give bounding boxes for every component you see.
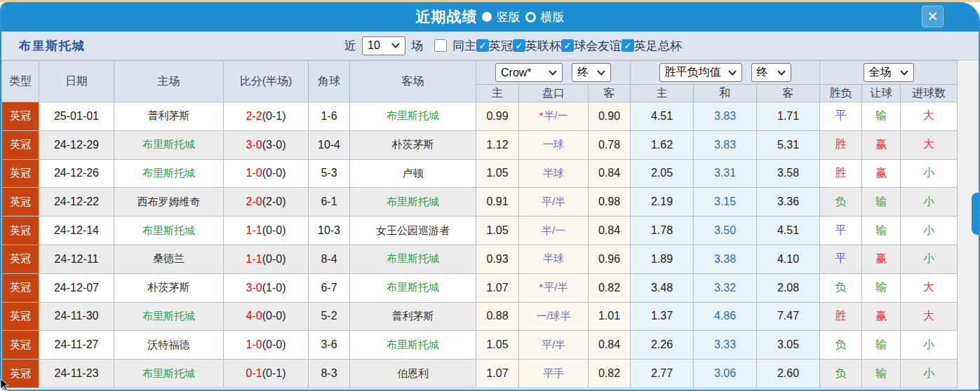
fulltime-score: 1-0: [246, 167, 262, 179]
period-select[interactable]: 全场: [864, 63, 914, 82]
away-odds: 0.96: [589, 245, 631, 273]
avg-home-odds: 1.37: [631, 302, 694, 331]
match-score: 3-0(1-0): [224, 273, 309, 302]
home-team: 布里斯托城: [114, 302, 224, 331]
away-team: 布里斯托城: [350, 331, 476, 359]
handicap-result-cell: 输: [862, 188, 901, 217]
sub-header-avg-home: 主: [631, 85, 694, 102]
away-team: 伯恩利: [350, 359, 476, 388]
avg-home-odds: 4.51: [631, 102, 694, 131]
table-zone: 类型 日期 主场 比分(半场) 角球 客场 Crow*: [1, 60, 980, 390]
fulltime-score: 2-2: [246, 110, 262, 122]
home-odds: 1.05: [476, 217, 519, 245]
sub-header-handicap: 盘口: [519, 85, 589, 102]
horizontal-radio-label[interactable]: 横版: [541, 9, 565, 25]
col-header-score: 比分(半场): [224, 61, 309, 102]
avg-away-odds: 2.08: [757, 273, 820, 302]
avg-time-select[interactable]: 终: [751, 63, 791, 82]
period-value: 全场: [869, 65, 892, 80]
handicap-result-cell: 输: [862, 217, 901, 245]
competition-checkbox[interactable]: ✓: [561, 39, 574, 52]
chevron-down-icon: [728, 70, 737, 76]
same-home-checkbox[interactable]: [434, 39, 447, 52]
avg-select[interactable]: 胜平负均值: [659, 63, 742, 82]
competition-filters: ✓英冠✓英联杯✓球会友谊✓英足总杯: [476, 38, 682, 54]
match-date: 24-12-26: [39, 159, 114, 188]
corner-score: 5-3: [309, 159, 350, 188]
horizontal-radio-icon[interactable]: [525, 12, 536, 22]
goals-result-cell: 小: [901, 159, 958, 188]
results-table: 类型 日期 主场 比分(半场) 角球 客场 Crow*: [1, 60, 958, 388]
home-odds: 0.88: [476, 302, 519, 331]
away-odds: 1.01: [589, 302, 631, 331]
fulltime-score: 0-1: [246, 367, 262, 379]
handicap-time-select[interactable]: 终: [572, 63, 611, 82]
col-header-date: 日期: [39, 61, 114, 102]
fulltime-score: 1-0: [246, 338, 262, 350]
corner-score: 10-3: [309, 217, 350, 245]
handicap-line: 一/球半: [519, 302, 589, 331]
avg-draw-odds: 3.06: [694, 359, 757, 388]
away-team: 布里斯托城: [350, 273, 476, 302]
handicap-result-cell: 输: [862, 359, 901, 388]
avg-home-odds: 3.48: [631, 273, 694, 302]
away-team: 布里斯托城: [350, 245, 476, 273]
handicap-line: 平手: [519, 359, 589, 388]
league-badge: 英冠: [2, 102, 39, 131]
avg-away-odds: 4.51: [757, 217, 820, 245]
match-date: 24-12-29: [39, 130, 114, 159]
competition-label: 球会友谊: [574, 38, 622, 54]
side-tab-button[interactable]: 近: [972, 193, 980, 235]
avg-draw-odds: 3.83: [694, 102, 757, 131]
fulltime-score: 1-1: [246, 253, 262, 265]
home-odds: 0.91: [476, 188, 519, 217]
chevron-down-icon: [900, 70, 908, 76]
home-team: 布里斯托城: [114, 217, 224, 245]
avg-home-odds: 1.89: [631, 245, 694, 273]
goals-result-cell: 大: [901, 130, 958, 159]
away-team: 布里斯托城: [350, 188, 476, 217]
handicap-result-cell: 输: [862, 331, 901, 359]
match-date: 24-11-23: [39, 359, 114, 388]
recent-count-value: 10: [368, 39, 380, 52]
competition-checkbox[interactable]: ✓: [622, 39, 634, 52]
goals-result-cell: 小: [901, 359, 958, 388]
away-odds: 0.82: [589, 359, 631, 388]
competition-checkbox[interactable]: ✓: [476, 39, 489, 52]
match-date: 24-12-22: [39, 188, 114, 217]
avg-value: 胜平负均值: [665, 65, 721, 80]
avg-draw-odds: 3.15: [694, 188, 757, 217]
halftime-score: (1-0): [262, 282, 286, 294]
competition-label: 英足总杯: [634, 38, 682, 54]
sub-header-away-odds: 客: [589, 85, 631, 102]
period-group-header: 全场: [820, 61, 958, 85]
avg-away-odds: 3.58: [757, 159, 820, 188]
recent-count-select[interactable]: 10: [362, 36, 405, 55]
goals-result-cell: 大: [901, 273, 958, 302]
chevron-down-icon: [777, 70, 786, 76]
avg-group-header: 胜平负均值 终: [631, 61, 820, 85]
competition-checkbox[interactable]: ✓: [513, 39, 525, 52]
modal-title: 近期战绩: [416, 7, 478, 27]
match-date: 24-12-14: [39, 217, 114, 245]
close-button[interactable]: ✕: [922, 6, 944, 27]
match-date: 24-11-27: [39, 331, 114, 359]
match-row: 英冠24-11-30布里斯托城4-0(0-0)5-2普利茅斯0.88一/球半1.…: [2, 302, 958, 331]
vertical-radio-label[interactable]: 竖版: [497, 9, 521, 25]
col-header-away: 客场: [350, 61, 476, 102]
away-odds: 0.98: [589, 188, 631, 217]
vertical-radio-icon[interactable]: [482, 12, 492, 22]
handicap-star: *: [539, 109, 543, 121]
goals-result-cell: 小: [901, 245, 958, 273]
away-odds: 0.84: [589, 331, 631, 359]
sub-header-home-odds: 主: [476, 85, 519, 102]
corner-score: 6-7: [309, 273, 350, 302]
league-badge: 英冠: [2, 159, 39, 188]
bookmaker-select[interactable]: Crow*: [495, 63, 563, 82]
avg-draw-odds: 3.83: [694, 130, 757, 159]
corner-score: 3-6: [309, 331, 350, 359]
handicap-group-header: Crow* 终: [476, 61, 631, 85]
league-badge: 英冠: [2, 273, 39, 302]
away-team: 朴茨茅斯: [350, 130, 476, 159]
col-header-corner: 角球: [309, 61, 350, 102]
